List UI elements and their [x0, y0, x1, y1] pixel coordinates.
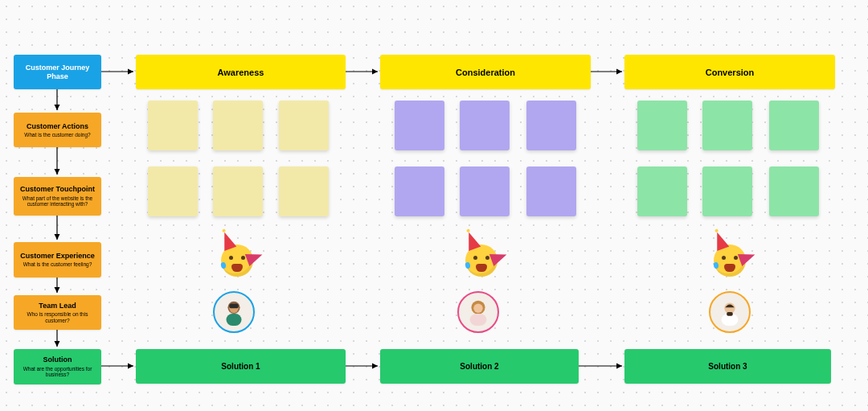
sticky-note[interactable]: [460, 101, 510, 150]
sticky-note[interactable]: [279, 166, 329, 216]
party-face-icon[interactable]: [710, 238, 752, 280]
svg-point-6: [473, 304, 482, 313]
sticky-note[interactable]: [702, 101, 752, 150]
sticky-note[interactable]: [213, 101, 263, 150]
sticky-note[interactable]: [148, 166, 198, 216]
avatar[interactable]: [457, 291, 499, 333]
phase-header-title: Customer Journey Phase: [17, 64, 98, 80]
sticky-note[interactable]: [213, 166, 263, 216]
solution-bar-2[interactable]: Solution 2: [380, 349, 579, 384]
sticky-note[interactable]: [769, 166, 819, 216]
svg-rect-3: [229, 304, 238, 309]
row-card-actions[interactable]: Customer Actions What is the customer do…: [14, 113, 101, 147]
row-title: Customer Actions: [27, 122, 88, 130]
avatar[interactable]: [709, 291, 751, 333]
row-subtitle: What part of the website is the customer…: [17, 195, 98, 208]
sticky-note[interactable]: [526, 101, 576, 150]
row-title: Solution: [43, 356, 72, 364]
row-subtitle: What is the customer doing?: [24, 132, 90, 138]
phase-header-conversion[interactable]: Conversion: [624, 55, 835, 89]
sticky-note[interactable]: [769, 101, 819, 150]
row-subtitle: Who is responsible on this customer?: [17, 311, 98, 323]
party-face-icon[interactable]: [218, 238, 260, 280]
svg-rect-5: [470, 314, 487, 326]
svg-rect-1: [227, 314, 242, 326]
solution-bar-1[interactable]: Solution 1: [136, 349, 346, 384]
party-face-icon[interactable]: [462, 238, 504, 280]
row-title: Customer Experience: [20, 252, 95, 260]
sticky-note[interactable]: [460, 166, 510, 216]
sticky-note[interactable]: [395, 166, 444, 216]
row-card-teamlead[interactable]: Team Lead Who is responsible on this cus…: [14, 295, 101, 330]
svg-rect-9: [727, 312, 733, 316]
solution-bar-3[interactable]: Solution 3: [624, 349, 831, 384]
sticky-note[interactable]: [395, 101, 444, 150]
sticky-note[interactable]: [637, 101, 687, 150]
sticky-note[interactable]: [702, 166, 752, 216]
sticky-note[interactable]: [148, 101, 198, 150]
sticky-note[interactable]: [279, 101, 329, 150]
phase-header-awareness[interactable]: Awareness: [136, 55, 346, 89]
row-subtitle: What are the opportunities for business?: [17, 366, 98, 378]
row-title: Customer Touchpoint: [20, 185, 95, 193]
row-card-touchpoint[interactable]: Customer Touchpoint What part of the web…: [14, 177, 101, 216]
sticky-note[interactable]: [637, 166, 687, 216]
sticky-note[interactable]: [526, 166, 576, 216]
phase-header-consideration[interactable]: Consideration: [380, 55, 591, 89]
row-subtitle: What is the customer feeling?: [23, 261, 92, 267]
phase-header-card[interactable]: Customer Journey Phase: [14, 55, 101, 89]
row-card-experience[interactable]: Customer Experience What is the customer…: [14, 242, 101, 277]
row-card-solution[interactable]: Solution What are the opportunities for …: [14, 349, 101, 384]
row-title: Team Lead: [39, 302, 76, 310]
avatar[interactable]: [213, 291, 255, 333]
